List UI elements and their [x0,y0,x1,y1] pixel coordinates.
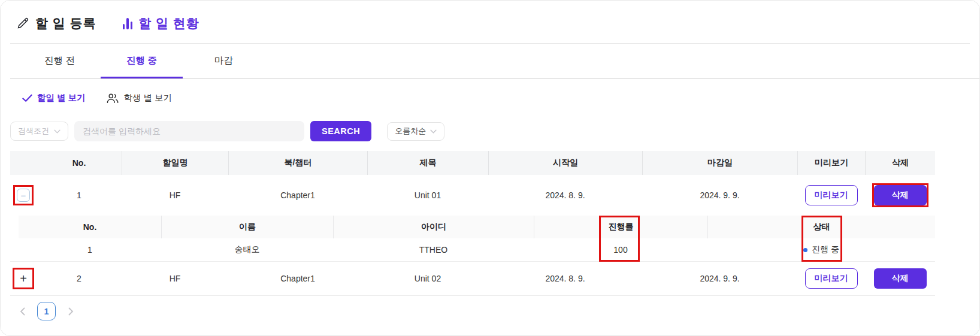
search-condition-label: 검색조건 [18,126,49,137]
table-row: + 2 HF Chapter1 Unit 02 2024. 8. 9. 2024… [10,261,935,296]
chevron-down-icon [430,129,437,134]
header-start-date: 시작일 [488,151,642,175]
row-book-chapter: Chapter1 [228,274,367,283]
delete-button[interactable]: 삭제 [874,185,927,205]
task-table-header: No. 할일명 북/챕터 제목 시작일 마감일 미리보기 삭제 [10,151,935,175]
student-name: 송태오 [161,238,333,261]
subheader-name: 이름 [161,216,333,238]
header-preview: 미리보기 [797,151,865,175]
nav-todo-status[interactable]: 할 일 현황 [123,15,199,32]
row-task-name: HF [122,190,228,200]
row-start-date: 2024. 8. 9. [488,190,642,200]
preview-button[interactable]: 미리보기 [805,185,858,205]
next-page-icon[interactable] [65,305,77,317]
todo-status-panel: 할 일 등록 할 일 현황 진행 전 진행 중 마감 할일 별 보기 [0,0,980,336]
subheader-no: No. [19,216,161,238]
top-nav: 할 일 등록 할 일 현황 [10,1,979,43]
status-badge: 진행 중 [803,244,839,255]
student-subtable: No. 이름 아이디 진행률 상태 1 송태오 TTHEO 100 진행 중 [19,216,935,261]
status-tabs: 진행 전 진행 중 마감 [10,44,979,79]
annotation-box-delete: 삭제 [872,183,928,207]
check-icon [22,94,32,102]
pagination: 1 [16,302,979,320]
header-delete: 삭제 [865,151,935,175]
task-table: No. 할일명 북/챕터 제목 시작일 마감일 미리보기 삭제 − 1 HF C… [10,151,935,296]
search-input[interactable] [74,121,304,141]
toggle-by-student[interactable]: 학생 별 보기 [106,92,173,104]
row-book-chapter: Chapter1 [228,190,367,200]
prev-page-icon[interactable] [16,305,28,317]
header-end-date: 마감일 [642,151,797,175]
student-status-label: 진행 중 [812,244,839,255]
bar-chart-icon [123,17,133,29]
toggle-by-task-label: 할일 별 보기 [37,92,86,104]
header-book-chapter: 북/챕터 [228,151,367,175]
row-start-date: 2024. 8. 9. [488,274,642,283]
nav-todo-register-label: 할 일 등록 [35,15,96,32]
row-no: 1 [37,190,122,200]
row-no: 2 [37,274,122,283]
tab-before-progress[interactable]: 진행 전 [19,44,101,78]
annotation-box-expand: + [13,268,34,289]
student-id: TTHEO [333,238,534,261]
pencil-icon [16,17,29,30]
student-row: 1 송태오 TTHEO 100 진행 중 [19,238,935,261]
page-number[interactable]: 1 [37,302,56,320]
search-condition-select[interactable]: 검색조건 [10,122,68,141]
preview-button[interactable]: 미리보기 [805,268,858,289]
table-row: − 1 HF Chapter1 Unit 01 2024. 8. 9. 2024… [10,175,935,216]
student-subtable-header: No. 이름 아이디 진행률 상태 [19,216,935,238]
tab-in-progress[interactable]: 진행 중 [101,44,183,78]
row-end-date: 2024. 9. 9. [642,190,797,200]
row-task-name: HF [122,274,228,283]
delete-button[interactable]: 삭제 [874,268,927,289]
annotation-box-collapse: − [13,185,34,205]
sort-order-select[interactable]: 오름차순 [387,122,444,141]
chevron-down-icon [54,129,61,134]
sort-order-label: 오름차순 [395,126,426,137]
row-title: Unit 01 [367,190,488,200]
header-title: 제목 [367,151,488,175]
header-expand-spacer [10,151,37,175]
student-no: 1 [19,238,161,261]
expand-row-icon[interactable]: + [16,271,31,286]
toggle-by-student-label: 학생 별 보기 [124,92,173,104]
view-toggles: 할일 별 보기 학생 별 보기 [22,92,979,104]
student-progress: 100 [534,238,707,261]
nav-todo-status-label: 할 일 현황 [138,15,199,32]
row-title: Unit 02 [367,274,488,283]
toggle-by-task[interactable]: 할일 별 보기 [22,92,86,104]
subheader-progress: 진행률 [534,216,707,238]
collapse-row-icon[interactable]: − [17,189,30,202]
people-icon [106,93,119,104]
row-end-date: 2024. 9. 9. [642,274,797,283]
status-dot-icon [803,248,807,252]
subheader-status: 상태 [707,216,935,238]
search-row: 검색조건 SEARCH 오름차순 [10,121,979,141]
nav-todo-register[interactable]: 할 일 등록 [16,15,96,32]
header-task-name: 할일명 [122,151,228,175]
subheader-id: 아이디 [333,216,534,238]
tab-closed[interactable]: 마감 [183,44,265,78]
search-button[interactable]: SEARCH [310,121,371,141]
header-no: No. [37,151,122,175]
